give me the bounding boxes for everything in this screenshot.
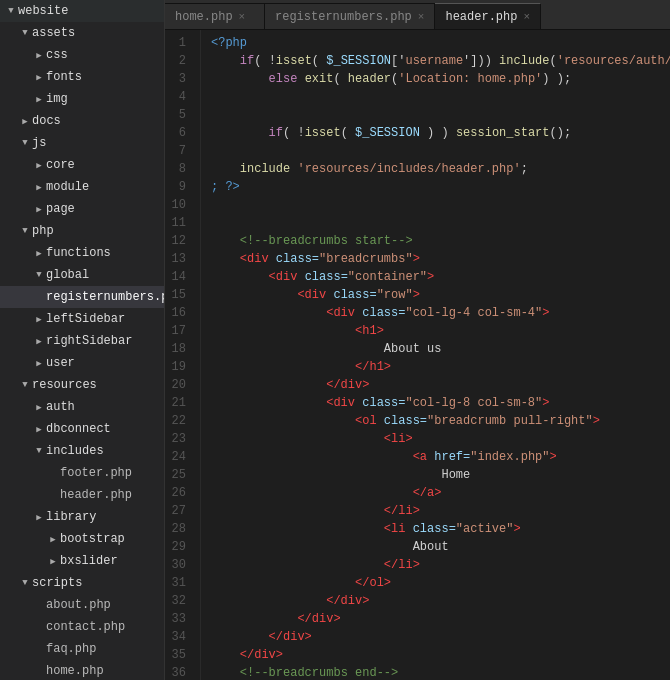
line-number: 11: [165, 214, 194, 232]
tree-label-footer.php: footer.php: [60, 466, 132, 480]
tree-item-auth[interactable]: auth: [0, 396, 164, 418]
tree-label-functions: functions: [46, 246, 111, 260]
line-number: 8: [165, 160, 194, 178]
tab-registernumbers-php[interactable]: registernumbers.php×: [265, 3, 435, 29]
tree-label-assets: assets: [32, 26, 75, 40]
arrow-closed-icon: [46, 534, 60, 545]
code-line: <ol class="breadcrumb pull-right">: [211, 412, 670, 430]
tab-close-icon[interactable]: ×: [239, 11, 246, 23]
line-number: 13: [165, 250, 194, 268]
line-number: 2: [165, 52, 194, 70]
tree-item-rightSidebar[interactable]: rightSidebar: [0, 330, 164, 352]
tree-item-module[interactable]: module: [0, 176, 164, 198]
tree-item-header.php[interactable]: header.php: [0, 484, 164, 506]
code-line: [211, 106, 670, 124]
tree-label-about.php: about.php: [46, 598, 111, 612]
line-number: 4: [165, 88, 194, 106]
tree-item-assets[interactable]: assets: [0, 22, 164, 44]
code-line: [211, 142, 670, 160]
tree-item-css[interactable]: css: [0, 44, 164, 66]
code-line: <div class="row">: [211, 286, 670, 304]
tab-label: registernumbers.php: [275, 10, 412, 24]
line-number: 6: [165, 124, 194, 142]
code-line: <li class="active">: [211, 520, 670, 538]
tab-bar: home.php×registernumbers.php×header.php×: [165, 0, 670, 30]
tree-label-dbconnect: dbconnect: [46, 422, 111, 436]
tree-item-faq.php[interactable]: faq.php: [0, 638, 164, 660]
tree-label-scripts: scripts: [32, 576, 82, 590]
line-number: 31: [165, 574, 194, 592]
line-number: 36: [165, 664, 194, 680]
tree-item-registernumbers[interactable]: registernumbers.php: [0, 286, 164, 308]
line-number: 21: [165, 394, 194, 412]
tree-item-scripts[interactable]: scripts: [0, 572, 164, 594]
tree-item-website[interactable]: website: [0, 0, 164, 22]
tree-item-contact.php[interactable]: contact.php: [0, 616, 164, 638]
tree-item-php[interactable]: php: [0, 220, 164, 242]
tree-label-page: page: [46, 202, 75, 216]
code-line: [211, 196, 670, 214]
tab-label: header.php: [445, 10, 517, 24]
arrow-closed-icon: [32, 424, 46, 435]
line-number: 18: [165, 340, 194, 358]
tree-item-js[interactable]: js: [0, 132, 164, 154]
arrow-closed-icon: [32, 358, 46, 369]
code-line: About: [211, 538, 670, 556]
line-number: 19: [165, 358, 194, 376]
line-number: 32: [165, 592, 194, 610]
tree-item-fonts[interactable]: fonts: [0, 66, 164, 88]
line-number: 34: [165, 628, 194, 646]
line-number: 26: [165, 484, 194, 502]
line-number: 24: [165, 448, 194, 466]
tree-item-user[interactable]: user: [0, 352, 164, 374]
tree-item-dbconnect[interactable]: dbconnect: [0, 418, 164, 440]
tree-label-leftSidebar: leftSidebar: [46, 312, 125, 326]
code-line: else exit( header('Location: home.php') …: [211, 70, 670, 88]
line-number: 12: [165, 232, 194, 250]
line-number: 20: [165, 376, 194, 394]
code-line: ; ?>: [211, 178, 670, 196]
tree-item-core[interactable]: core: [0, 154, 164, 176]
tree-label-home.php: home.php: [46, 664, 104, 678]
tree-item-bootstrap[interactable]: bootstrap: [0, 528, 164, 550]
line-number: 5: [165, 106, 194, 124]
tree-label-fonts: fonts: [46, 70, 82, 84]
tree-label-library: library: [46, 510, 96, 524]
tree-item-about.php[interactable]: about.php: [0, 594, 164, 616]
tree-label-rightSidebar: rightSidebar: [46, 334, 132, 348]
tree-label-header.php: header.php: [60, 488, 132, 502]
tree-item-docs[interactable]: docs: [0, 110, 164, 132]
code-line: <h1>: [211, 322, 670, 340]
tree-item-leftSidebar[interactable]: leftSidebar: [0, 308, 164, 330]
tree-item-img[interactable]: img: [0, 88, 164, 110]
code-line: </div>: [211, 610, 670, 628]
code-line: if( !isset( $_SESSION['username'])) incl…: [211, 52, 670, 70]
tab-close-icon[interactable]: ×: [523, 11, 530, 23]
tree-item-footer.php[interactable]: footer.php: [0, 462, 164, 484]
tree-item-library[interactable]: library: [0, 506, 164, 528]
arrow-closed-icon: [32, 512, 46, 523]
tree-item-resources[interactable]: resources: [0, 374, 164, 396]
code-line: <a href="index.php">: [211, 448, 670, 466]
arrow-closed-icon: [32, 204, 46, 215]
tree-item-functions[interactable]: functions: [0, 242, 164, 264]
tree-item-includes[interactable]: includes: [0, 440, 164, 462]
tab-close-icon[interactable]: ×: [418, 11, 425, 23]
code-line: [211, 214, 670, 232]
tree-item-bxslider[interactable]: bxslider: [0, 550, 164, 572]
line-number: 25: [165, 466, 194, 484]
tab-header-php[interactable]: header.php×: [435, 3, 541, 29]
tree-label-registernumbers: registernumbers.php: [46, 290, 165, 304]
code-line: </div>: [211, 646, 670, 664]
tree-item-global[interactable]: global: [0, 264, 164, 286]
code-content[interactable]: <?php if( !isset( $_SESSION['username'])…: [201, 30, 670, 680]
tree-item-home.php[interactable]: home.php: [0, 660, 164, 680]
tab-home-php[interactable]: home.php×: [165, 3, 265, 29]
arrow-open-icon: [18, 28, 32, 38]
code-line: <!--breadcrumbs start-->: [211, 232, 670, 250]
tree-item-page[interactable]: page: [0, 198, 164, 220]
code-container: 1234567891011121314151617181920212223242…: [165, 30, 670, 680]
tree-label-auth: auth: [46, 400, 75, 414]
code-line: </li>: [211, 502, 670, 520]
arrow-open-icon: [32, 446, 46, 456]
